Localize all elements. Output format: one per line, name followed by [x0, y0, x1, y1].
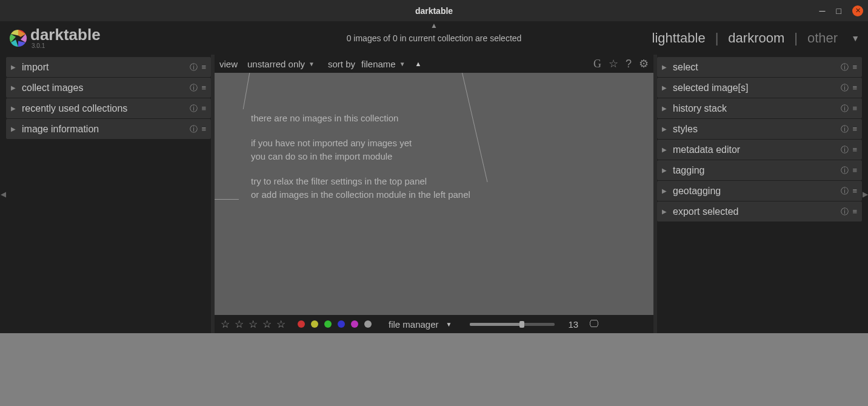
module-label: geotagging [673, 186, 837, 197]
module-image-information[interactable]: ▶ image information ⓘ ≡ [6, 119, 211, 139]
display-icon[interactable]: 🖵 [589, 319, 599, 330]
color-label-green[interactable] [324, 320, 332, 328]
star-2[interactable]: ☆ [235, 318, 244, 331]
app-header: ▲ darktable 3.0.1 0 images of 0 in curre… [0, 21, 868, 55]
chevron-down-icon[interactable]: ▼ [851, 33, 860, 43]
app-frame: ▲ darktable 3.0.1 0 images of 0 in curre… [0, 21, 868, 333]
view-darkroom[interactable]: darkroom [728, 30, 784, 46]
color-label-purple[interactable] [351, 320, 358, 328]
expand-icon: ▶ [662, 188, 667, 194]
star-1[interactable]: ☆ [221, 318, 230, 331]
reset-icon[interactable]: ⓘ [841, 144, 849, 155]
group-icon[interactable]: G [593, 58, 601, 70]
maximize-button[interactable]: □ [836, 6, 841, 16]
expand-icon: ▶ [11, 126, 16, 132]
hint-line: there are no images in this collection [251, 112, 470, 126]
presets-icon[interactable]: ≡ [852, 207, 857, 216]
expand-icon: ▶ [662, 146, 667, 153]
presets-icon[interactable]: ≡ [852, 124, 857, 134]
view-lighttable[interactable]: lighttable [652, 30, 706, 46]
close-button[interactable]: ✕ [852, 5, 863, 16]
filter-dropdown[interactable]: unstarred only ▼ [247, 59, 315, 69]
view-separator: | [715, 30, 719, 46]
star-rating: ☆ ☆ ☆ ☆ ☆ [221, 318, 285, 331]
reset-icon[interactable]: ⓘ [841, 83, 849, 93]
view-label: view [219, 59, 238, 69]
reset-icon[interactable]: ⓘ [190, 83, 198, 93]
toolbar-actions: G ☆ ? ⚙ [593, 57, 649, 70]
color-label-yellow[interactable] [311, 320, 318, 328]
reset-icon[interactable]: ⓘ [841, 124, 849, 135]
module-label: recently used collections [22, 103, 186, 114]
zoom-slider[interactable] [470, 323, 555, 326]
desktop-background [0, 333, 868, 406]
module-tagging[interactable]: ▶ tagging ⓘ ≡ [657, 160, 862, 180]
window-title: darktable [415, 6, 453, 16]
reset-icon[interactable]: ⓘ [841, 165, 849, 176]
module-geotagging[interactable]: ▶ geotagging ⓘ ≡ [657, 181, 862, 201]
reset-icon[interactable]: ⓘ [841, 206, 849, 217]
thumbnail-canvas: there are no images in this collection i… [215, 73, 653, 315]
chevron-down-icon: ▼ [399, 61, 406, 67]
module-select[interactable]: ▶ select ⓘ ≡ [657, 57, 862, 77]
presets-icon[interactable]: ≡ [201, 63, 206, 72]
presets-icon[interactable]: ≡ [852, 166, 857, 175]
view-other[interactable]: other [807, 30, 838, 46]
module-metadata-editor[interactable]: ▶ metadata editor ⓘ ≡ [657, 140, 862, 160]
expand-icon: ▶ [11, 84, 16, 91]
filter-value: unstarred only [247, 59, 305, 69]
module-import[interactable]: ▶ import ⓘ ≡ [6, 57, 211, 77]
module-export-selected[interactable]: ▶ export selected ⓘ ≡ [657, 201, 862, 222]
hint-line: if you have not imported any images yet … [251, 137, 470, 164]
presets-icon[interactable]: ≡ [852, 83, 857, 92]
bottom-toolbar: ☆ ☆ ☆ ☆ ☆ file manager ▼ [215, 315, 653, 333]
guide-line [243, 73, 250, 109]
zoom-value: 13 [568, 319, 578, 330]
color-labels [298, 320, 372, 328]
module-history-stack[interactable]: ▶ history stack ⓘ ≡ [657, 98, 862, 118]
presets-icon[interactable]: ≡ [852, 63, 857, 72]
presets-icon[interactable]: ≡ [852, 104, 857, 113]
empty-collection-hint: there are no images in this collection i… [251, 112, 470, 202]
gear-icon[interactable]: ⚙ [639, 57, 649, 70]
reset-icon[interactable]: ⓘ [841, 186, 849, 197]
sort-dropdown[interactable]: filename ▼ [361, 59, 406, 69]
star-overlay-icon[interactable]: ☆ [609, 57, 618, 70]
module-styles[interactable]: ▶ styles ⓘ ≡ [657, 119, 862, 139]
layout-dropdown[interactable]: file manager ▼ [389, 319, 452, 330]
window-controls: ─ □ ✕ [820, 5, 863, 16]
expand-icon: ▶ [11, 105, 16, 112]
sort-label: sort by [328, 59, 355, 69]
presets-icon[interactable]: ≡ [201, 124, 206, 134]
reset-icon[interactable]: ⓘ [190, 62, 198, 73]
collapse-left-icon[interactable]: ◀ [0, 55, 6, 333]
reset-icon[interactable]: ⓘ [841, 103, 849, 114]
module-collect-images[interactable]: ▶ collect images ⓘ ≡ [6, 78, 211, 98]
chevron-down-icon: ▼ [446, 321, 452, 328]
presets-icon[interactable]: ≡ [201, 83, 206, 92]
color-label-red[interactable] [298, 320, 305, 328]
collapse-right-icon[interactable]: ▶ [862, 55, 868, 333]
presets-icon[interactable]: ≡ [852, 145, 857, 154]
collapse-top-icon[interactable]: ▲ [430, 21, 438, 30]
help-icon[interactable]: ? [626, 58, 632, 70]
presets-icon[interactable]: ≡ [201, 104, 206, 113]
guide-line [215, 199, 239, 200]
module-selected-images[interactable]: ▶ selected image[s] ⓘ ≡ [657, 78, 862, 98]
slider-thumb[interactable] [519, 321, 524, 328]
module-recent-collections[interactable]: ▶ recently used collections ⓘ ≡ [6, 98, 211, 118]
module-label: import [22, 62, 186, 73]
star-5[interactable]: ☆ [276, 318, 285, 331]
reset-icon[interactable]: ⓘ [841, 62, 849, 73]
presets-icon[interactable]: ≡ [852, 186, 857, 195]
color-label-blue[interactable] [338, 320, 345, 328]
color-label-grey[interactable] [364, 320, 372, 328]
star-4[interactable]: ☆ [262, 318, 272, 331]
minimize-button[interactable]: ─ [820, 6, 826, 16]
window-titlebar: darktable ─ □ ✕ [0, 0, 868, 21]
sort-direction-icon[interactable]: ▲ [415, 60, 422, 67]
reset-icon[interactable]: ⓘ [190, 103, 198, 114]
reset-icon[interactable]: ⓘ [190, 124, 198, 135]
star-3[interactable]: ☆ [249, 318, 258, 331]
module-label: styles [673, 124, 837, 135]
